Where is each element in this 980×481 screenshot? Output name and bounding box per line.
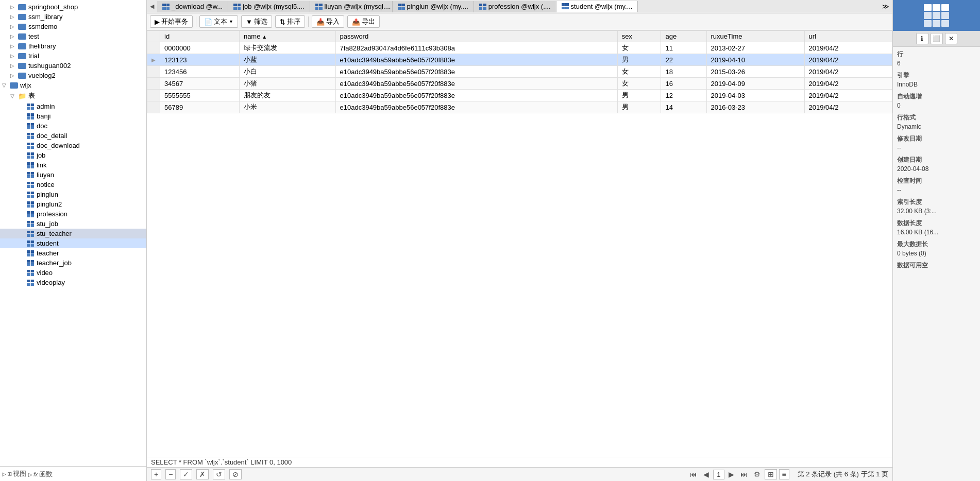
sql-bar: SELECT * FROM `wljx`.`student` LIMIT 0, … [147, 457, 892, 467]
table-icon [26, 152, 35, 159]
maximize-btn[interactable]: ⬜ [931, 33, 943, 44]
sidebar-item-liuyan[interactable]: liuyan [0, 170, 146, 180]
sidebar-item-teacher[interactable]: teacher [0, 248, 146, 258]
sidebar-item-doc_download[interactable]: doc_download [0, 141, 146, 150]
prop-label: 引擎 [897, 71, 976, 80]
sidebar-item-thelibrary[interactable]: ▷thelibrary [0, 41, 146, 51]
col-header-sex[interactable]: sex [617, 31, 661, 42]
col-header-id[interactable]: id [160, 31, 240, 42]
stop-btn[interactable]: ⊘ [229, 469, 242, 479]
col-header-password[interactable]: password [335, 31, 617, 42]
sidebar-item-test[interactable]: ▷test [0, 31, 146, 41]
prop-section: 行 6引擎 InnoDB自动递增 0行格式 Dynamic修改日期 --创建日期… [893, 47, 980, 277]
col-header-age[interactable]: age [661, 31, 706, 42]
item-label: teacher [37, 249, 59, 257]
sidebar-item-stu_job[interactable]: stu_job [0, 219, 146, 229]
sidebar-item-stu_teacher[interactable]: stu_teacher [0, 229, 146, 238]
sidebar-item-admin[interactable]: admin [0, 101, 146, 111]
table-icon [26, 230, 35, 237]
last-page-btn[interactable]: ⏭ [738, 470, 750, 479]
cell-sex: 女 [617, 78, 661, 90]
col-header-name[interactable]: name [239, 31, 335, 42]
col-header-ruxueTime[interactable]: ruxueTime [706, 31, 804, 42]
item-label: thelibrary [28, 42, 56, 50]
begin-transaction-btn[interactable]: ▶ 开始事务 [150, 15, 193, 28]
tab-student@wljx(my....[interactable]: student @wljx (my.... [556, 1, 638, 12]
row-check-btn[interactable]: ✓ [180, 469, 192, 479]
sidebar-item-vueblog2[interactable]: ▷vueblog2 [0, 71, 146, 80]
prev-page-btn[interactable]: ◀ [701, 470, 711, 479]
sidebar-item-pinglun2[interactable]: pinglun2 [0, 199, 146, 209]
status-bar: + − ✓ ✗ ↺ ⊘ ⏮ ◀ 1 ▶ ⏭ ⚙ ⊞ ≡ 第 2 条记录 (共 6… [147, 467, 892, 481]
icon-cell [933, 12, 940, 19]
close-panel-btn[interactable]: ✕ [945, 33, 957, 44]
sidebar-item-link[interactable]: link [0, 160, 146, 170]
sidebar-item-springboot_shop[interactable]: ▷springboot_shop [0, 2, 146, 12]
icon-cell [941, 4, 949, 11]
tab-scroll-left[interactable]: ◀ [147, 2, 157, 11]
sidebar-item-teacher_job[interactable]: teacher_job [0, 258, 146, 268]
cell-id: 34567 [160, 78, 240, 90]
table-row[interactable]: 0000000 绿卡交流发 7fa8282ad93047a4d6fe6111c9… [147, 42, 892, 54]
record-info: 第 2 条记录 (共 6 条) 于第 1 页 [798, 470, 888, 479]
import-btn[interactable]: 📥 导入 [312, 15, 344, 28]
sidebar-item-student[interactable]: student [0, 238, 146, 248]
col-header-url[interactable]: url [804, 31, 892, 42]
next-page-btn[interactable]: ▶ [726, 470, 736, 479]
sidebar-item-ssm_library[interactable]: ▷ssm_library [0, 12, 146, 22]
sidebar-item-pinglun[interactable]: pinglun [0, 190, 146, 199]
item-label: doc [37, 122, 47, 130]
sidebar-view-item[interactable]: ▷ ⊞ 视图 [2, 469, 26, 478]
export-btn[interactable]: 📤 导出 [347, 15, 380, 28]
refresh-btn[interactable]: ↺ [213, 469, 225, 479]
sidebar-item-profession[interactable]: profession [0, 209, 146, 219]
sidebar-item-banji[interactable]: banji [0, 111, 146, 121]
table-row[interactable]: ▶ 123123 小蓝 e10adc3949ba59abbe56e057f20f… [147, 54, 892, 66]
tab-pinglun@wljx(my....[interactable]: pinglun @wljx (my.... [393, 1, 474, 12]
item-label: video [37, 269, 53, 277]
first-page-btn[interactable]: ⏮ [688, 470, 699, 479]
table-row[interactable]: 34567 小猪 e10adc3949ba59abbe56e057f20f883… [147, 78, 892, 90]
cell-sex: 男 [617, 90, 661, 101]
tab-table-icon [162, 4, 170, 10]
table-row[interactable]: 56789 小米 e10adc3949ba59abbe56e057f20f883… [147, 101, 892, 113]
row-del-btn[interactable]: − [165, 469, 176, 479]
sidebar-item-表[interactable]: ▽📁表 [0, 90, 146, 101]
data-table: idnamepasswordsexageruxueTimeurl 0000000… [147, 30, 892, 113]
sidebar-item-job[interactable]: job [0, 150, 146, 160]
tab-table-icon [479, 4, 486, 10]
cell-password: e10adc3949ba59abbe56e057f20f883e [335, 66, 617, 78]
table-row[interactable]: 123456 小白 e10adc3949ba59abbe56e057f20f88… [147, 66, 892, 78]
sort-btn[interactable]: ⇅ 排序 [275, 15, 305, 28]
sidebar-item-doc[interactable]: doc [0, 121, 146, 131]
row-add-btn[interactable]: + [151, 469, 161, 479]
row-cancel-btn[interactable]: ✗ [196, 469, 209, 479]
tab-profession@wljx(....[interactable]: profession @wljx (.... [474, 1, 556, 12]
info-btn[interactable]: ℹ [916, 33, 928, 44]
table-row[interactable]: 5555555 朋友的友 e10adc3949ba59abbe56e057f20… [147, 90, 892, 101]
sidebar-item-ssmdemo[interactable]: ▷ssmdemo [0, 22, 146, 31]
tab-more[interactable]: ≫ [879, 2, 892, 11]
cell-url: 2019/04/2 [804, 66, 892, 78]
tab-liuyan@wljx(mysql....[interactable]: liuyan @wljx (mysql.... [310, 1, 393, 12]
table-icon [26, 142, 35, 149]
item-label: pinglun [37, 191, 58, 198]
tab-_download@w...[interactable]: _download @w... [157, 1, 228, 12]
tab-job@wljx(mysql5....[interactable]: job @wljx (mysql5.... [228, 1, 310, 12]
page-settings-btn[interactable]: ⚙ [752, 470, 763, 479]
sidebar-item-notice[interactable]: notice [0, 180, 146, 190]
sidebar-item-tushuguan002[interactable]: ▷tushuguan002 [0, 61, 146, 71]
sidebar-item-doc_detail[interactable]: doc_detail [0, 131, 146, 141]
center-area: ◀ _download @w... job @wljx (mysql5.... … [147, 0, 892, 481]
filter-btn[interactable]: ▼ 筛选 [241, 15, 272, 28]
prop-value: 32.00 KB (3:... [897, 208, 976, 215]
prop-label: 索引长度 [897, 198, 976, 207]
text-btn[interactable]: 📄 文本 ▼ [199, 15, 238, 28]
sidebar-item-trial[interactable]: ▷trial [0, 51, 146, 61]
sidebar-item-videoplay[interactable]: videoplay [0, 278, 146, 287]
sidebar-func-item[interactable]: ▷ fx 函数 [28, 470, 53, 479]
sidebar-item-wljx[interactable]: ▽wljx [0, 80, 146, 90]
grid-view-btn[interactable]: ⊞ [765, 469, 777, 479]
sidebar-item-video[interactable]: video [0, 268, 146, 278]
form-view-btn[interactable]: ≡ [779, 469, 789, 479]
